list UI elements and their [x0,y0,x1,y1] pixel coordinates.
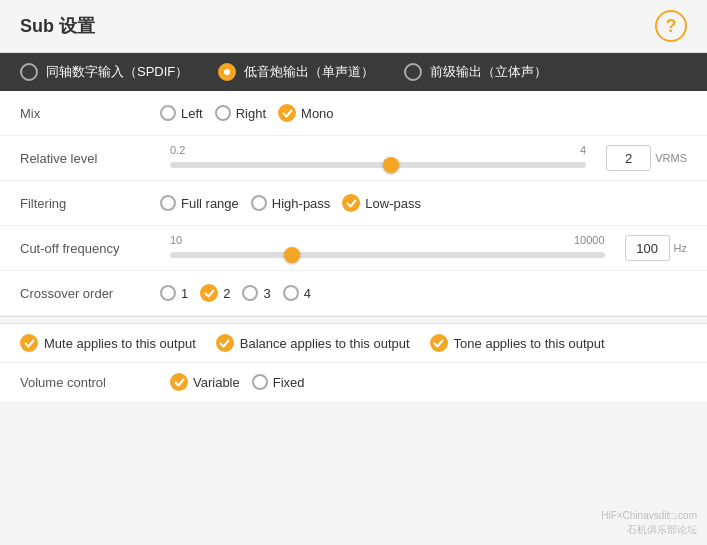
main-content: Mix Left Right [0,91,707,545]
crossover-4[interactable]: 4 [283,285,311,301]
settings-panel: Mix Left Right [0,91,707,401]
volume-variable[interactable]: Variable [170,373,240,391]
cutoff-value-box: Hz [625,235,687,261]
cutoff-max: 10000 [574,234,605,246]
relative-level-label: Relative level [20,151,160,166]
mix-left[interactable]: Left [160,105,203,121]
cutoff-thumb[interactable] [284,247,300,263]
relative-level-value-box: VRMS [606,145,687,171]
cutoff-input[interactable] [625,235,670,261]
relative-level-unit: VRMS [655,152,687,164]
source-subwoofer[interactable]: 低音炮输出（单声道） [218,63,374,81]
mix-label: Mix [20,106,160,121]
cutoff-unit: Hz [674,242,687,254]
tone-check-label: Tone applies to this output [454,336,605,351]
filter-lowpass-check[interactable] [342,194,360,212]
crossover-3-label: 3 [263,286,270,301]
source-preout-label: 前级输出（立体声） [430,63,547,81]
crossover-options: 1 2 3 [160,284,687,302]
filter-highpass[interactable]: High-pass [251,195,331,211]
section-divider [0,316,707,324]
balance-check-icon[interactable] [216,334,234,352]
source-coaxial-radio[interactable] [20,63,38,81]
mix-mono[interactable]: Mono [278,104,334,122]
crossover-4-radio[interactable] [283,285,299,301]
mix-right-label: Right [236,106,266,121]
crossover-1-label: 1 [181,286,188,301]
crossover-2-check[interactable] [200,284,218,302]
volume-variable-label: Variable [193,375,240,390]
source-coaxial[interactable]: 同轴数字输入（SPDIF） [20,63,188,81]
filter-lowpass[interactable]: Low-pass [342,194,421,212]
filtering-radio-group: Full range High-pass L [160,194,421,212]
relative-level-input[interactable] [606,145,651,171]
mix-left-radio[interactable] [160,105,176,121]
cutoff-slider-container: 10 10000 [170,234,605,262]
relative-level-thumb[interactable] [383,157,399,173]
crossover-radio-group: 1 2 3 [160,284,311,302]
source-selection-bar: 同轴数字输入（SPDIF） 低音炮输出（单声道） 前级输出（立体声） [0,53,707,91]
relative-level-section: Relative level 0.2 4 VRMS [0,136,707,181]
relative-level-slider-container: 0.2 4 [170,144,586,172]
mix-left-label: Left [181,106,203,121]
crossover-4-label: 4 [304,286,311,301]
page-title: Sub 设置 [20,14,95,38]
crossover-1-radio[interactable] [160,285,176,301]
mix-options: Left Right Mono [160,104,687,122]
mix-radio-group: Left Right Mono [160,104,334,122]
volume-variable-check[interactable] [170,373,188,391]
source-coaxial-label: 同轴数字输入（SPDIF） [46,63,188,81]
cutoff-row: Cut-off frequency 10 10000 Hz [20,234,687,262]
output-checks: Mute applies to this output Balance appl… [0,324,707,363]
source-preout[interactable]: 前级输出（立体声） [404,63,547,81]
volume-fixed-radio[interactable] [252,374,268,390]
balance-check-item[interactable]: Balance applies to this output [216,334,410,352]
mute-check-item[interactable]: Mute applies to this output [20,334,196,352]
filter-fullrange[interactable]: Full range [160,195,239,211]
cutoff-section: Cut-off frequency 10 10000 Hz [0,226,707,271]
relative-level-minmax: 0.2 4 [170,144,586,156]
volume-control-options: Variable Fixed [170,373,305,391]
filter-highpass-label: High-pass [272,196,331,211]
relative-level-track [170,162,586,168]
mute-check-label: Mute applies to this output [44,336,196,351]
mix-right-radio[interactable] [215,105,231,121]
source-subwoofer-radio[interactable] [218,63,236,81]
filter-highpass-radio[interactable] [251,195,267,211]
crossover-2[interactable]: 2 [200,284,230,302]
cutoff-minmax: 10 10000 [170,234,605,246]
volume-fixed[interactable]: Fixed [252,374,305,390]
cutoff-min: 10 [170,234,182,246]
volume-control-row: Volume control Variable Fixed [0,363,707,401]
volume-fixed-label: Fixed [273,375,305,390]
tone-check-icon[interactable] [430,334,448,352]
filtering-row: Filtering Full range High-pass [0,181,707,226]
source-subwoofer-label: 低音炮输出（单声道） [244,63,374,81]
relative-level-min: 0.2 [170,144,185,156]
crossover-2-label: 2 [223,286,230,301]
filter-fullrange-label: Full range [181,196,239,211]
mute-check-icon[interactable] [20,334,38,352]
cutoff-label: Cut-off frequency [20,241,160,256]
volume-control-label: Volume control [20,375,160,390]
watermark: HiF×Chinavsdit□.com 石机俱乐部论坛 [601,509,697,537]
crossover-3-radio[interactable] [242,285,258,301]
header: Sub 设置 ? [0,0,707,53]
mix-right[interactable]: Right [215,105,266,121]
relative-level-row: Relative level 0.2 4 VRMS [20,144,687,172]
filter-lowpass-label: Low-pass [365,196,421,211]
tone-check-item[interactable]: Tone applies to this output [430,334,605,352]
mix-mono-check[interactable] [278,104,296,122]
source-preout-radio[interactable] [404,63,422,81]
filtering-label: Filtering [20,196,160,211]
filter-fullrange-radio[interactable] [160,195,176,211]
filtering-options: Full range High-pass L [160,194,687,212]
crossover-label: Crossover order [20,286,160,301]
watermark-line2: 石机俱乐部论坛 [601,523,697,537]
crossover-1[interactable]: 1 [160,285,188,301]
mix-mono-label: Mono [301,106,334,121]
relative-level-max: 4 [580,144,586,156]
watermark-line1: HiF×Chinavsdit□.com [601,509,697,523]
crossover-3[interactable]: 3 [242,285,270,301]
help-button[interactable]: ? [655,10,687,42]
